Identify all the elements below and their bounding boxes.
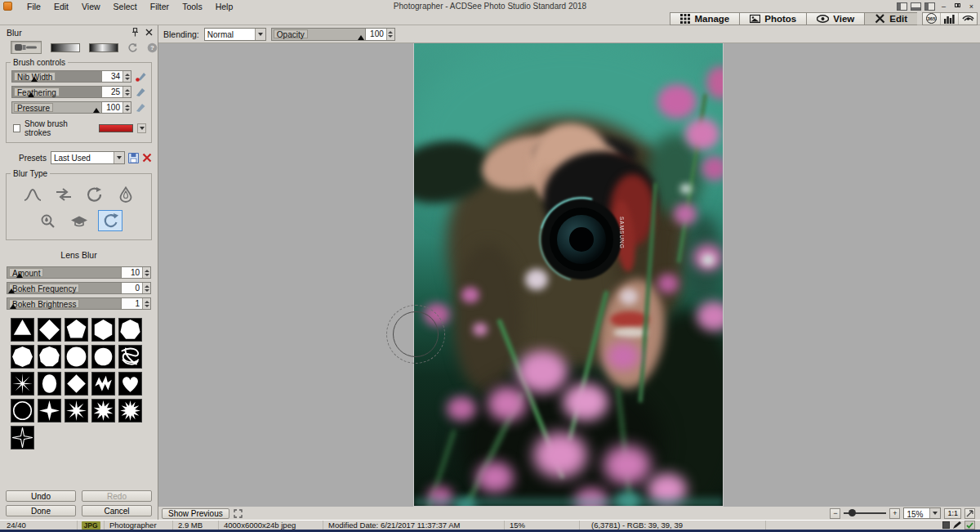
bokeh-shape-pentagon[interactable] [65, 318, 88, 342]
lens-blur-icon[interactable] [98, 210, 122, 231]
restore-button[interactable] [952, 2, 963, 11]
gradient-linear-button[interactable] [51, 43, 80, 52]
show-previous-button[interactable]: Show Previous [162, 508, 229, 519]
bokeh-shape-burst-12[interactable] [118, 399, 142, 422]
dropdown-arrow-icon[interactable] [114, 152, 124, 163]
dropdown-arrow-icon[interactable] [255, 29, 265, 40]
zoom-level-dropdown[interactable]: 15% [903, 507, 941, 519]
expand-corners-icon[interactable] [233, 509, 244, 518]
layout-pane-icon-1[interactable] [897, 2, 907, 11]
gaussian-blur-icon[interactable] [20, 184, 45, 205]
radial-blur-icon[interactable] [82, 184, 107, 205]
menu-help[interactable]: Help [209, 1, 240, 12]
smart-blur-icon[interactable] [36, 210, 60, 231]
help-icon[interactable]: ? [147, 42, 158, 53]
bokeh-shape-circle[interactable] [65, 345, 88, 369]
slider-marker[interactable] [10, 304, 16, 309]
surface-blur-icon[interactable] [67, 210, 91, 231]
bokeh-shape-scribble[interactable] [118, 345, 142, 369]
view-mode-button[interactable]: View [806, 12, 864, 25]
delete-preset-icon[interactable] [142, 153, 152, 163]
menu-filter[interactable]: Filter [144, 1, 176, 12]
bokeh-shape-heptagon[interactable] [118, 318, 142, 342]
minimize-button[interactable]: – [938, 2, 949, 11]
slider-spinner[interactable] [142, 283, 150, 293]
acdsee-365-icon[interactable]: 365 [923, 13, 941, 25]
close-button[interactable]: × [966, 2, 977, 11]
done-button[interactable]: Done [6, 505, 76, 516]
bokeh-shape-octagon[interactable] [11, 345, 34, 369]
bokeh-shape-ring[interactable] [11, 399, 34, 422]
brush-tool-button[interactable] [11, 41, 42, 54]
menu-file[interactable]: File [20, 1, 47, 12]
reset-icon[interactable] [127, 42, 138, 53]
slider-value-input[interactable]: 34 [101, 71, 122, 82]
bokeh-shape-lightning[interactable] [91, 372, 115, 396]
actual-size-button[interactable]: 1:1 [944, 508, 961, 519]
cancel-button[interactable]: Cancel [82, 505, 152, 516]
bokeh-shape-circle-small[interactable] [91, 345, 115, 369]
slider-nib-width[interactable]: Nib Width34 [11, 70, 131, 83]
bokeh-shape-ellipse[interactable] [38, 372, 61, 396]
bokeh-shape-star-4-outline[interactable] [11, 426, 34, 449]
bokeh-shape-rounded-diamond[interactable] [65, 372, 88, 396]
menu-tools[interactable]: Tools [176, 1, 209, 12]
zoom-out-button[interactable]: − [830, 508, 840, 519]
slider-value-input[interactable]: 100 [365, 29, 386, 40]
sync-eye-icon[interactable] [959, 13, 977, 25]
slider-marker[interactable] [8, 288, 15, 293]
spread-blur-icon[interactable] [114, 184, 138, 205]
dashboard-chart-icon[interactable] [941, 13, 959, 25]
motion-blur-icon[interactable] [51, 184, 76, 205]
bokeh-shape-triangle[interactable] [11, 318, 34, 342]
slider-marker[interactable] [28, 92, 34, 97]
menu-view[interactable]: View [75, 1, 107, 12]
undo-button[interactable]: Undo [6, 490, 76, 502]
pen-pressure-opacity-icon[interactable] [135, 101, 146, 114]
bokeh-shape-hexagon[interactable] [91, 318, 115, 342]
dropdown-arrow-icon[interactable] [929, 508, 940, 518]
status-check-icon[interactable] [964, 521, 975, 530]
slider-marker[interactable] [16, 273, 23, 278]
menu-select[interactable]: Select [107, 1, 144, 12]
redo-button[interactable]: Redo [82, 490, 152, 502]
slider-spinner[interactable] [122, 71, 131, 82]
slider-spinner[interactable] [122, 87, 131, 97]
blending-dropdown[interactable]: Normal [204, 28, 266, 41]
slider-marker[interactable] [358, 35, 364, 40]
slider-spinner[interactable] [386, 29, 394, 40]
zoom-slider-thumb[interactable] [849, 509, 856, 516]
slider-value-input[interactable]: 0 [121, 283, 142, 293]
slider-marker[interactable] [93, 108, 100, 113]
presets-dropdown[interactable]: Last Used [51, 151, 125, 164]
color-dropdown-button[interactable] [137, 123, 146, 133]
layout-pane-icon-3[interactable] [924, 2, 935, 11]
show-brush-strokes-checkbox[interactable] [13, 124, 20, 132]
slider-amount[interactable]: Amount10 [7, 266, 151, 279]
bokeh-shape-spider[interactable] [11, 372, 34, 396]
layout-pane-icon-2[interactable] [911, 2, 921, 11]
status-pencil-icon[interactable] [952, 521, 962, 530]
slider-spinner[interactable] [122, 102, 131, 113]
fit-image-button[interactable] [964, 508, 975, 519]
zoom-in-button[interactable]: + [889, 508, 900, 519]
bokeh-shape-star-8[interactable] [65, 399, 88, 422]
pen-pressure-feathering-icon[interactable] [135, 86, 146, 98]
slider-feathering[interactable]: Feathering25 [11, 86, 131, 98]
slider-value-input[interactable]: 10 [121, 267, 142, 278]
bokeh-shape-star-4[interactable] [38, 399, 61, 422]
save-preset-icon[interactable] [128, 153, 139, 163]
slider-value-input[interactable]: 100 [101, 102, 122, 113]
pin-icon[interactable] [131, 28, 139, 37]
image-canvas[interactable]: SAMSUNG [158, 43, 980, 507]
slider-pressure[interactable]: Pressure100 [11, 101, 131, 114]
slider-bokeh-brightness[interactable]: Bokeh Brightness1 [7, 297, 151, 310]
bokeh-shape-burst-10[interactable] [91, 399, 115, 422]
menu-edit[interactable]: Edit [47, 1, 75, 12]
pen-pressure-nib-icon[interactable] [135, 70, 146, 83]
slider-value-input[interactable]: 25 [101, 87, 122, 97]
manage-mode-button[interactable]: Manage [670, 12, 739, 25]
slider-spinner[interactable] [142, 267, 150, 278]
slider-spinner[interactable] [142, 298, 150, 309]
photo[interactable]: SAMSUNG [414, 43, 723, 506]
